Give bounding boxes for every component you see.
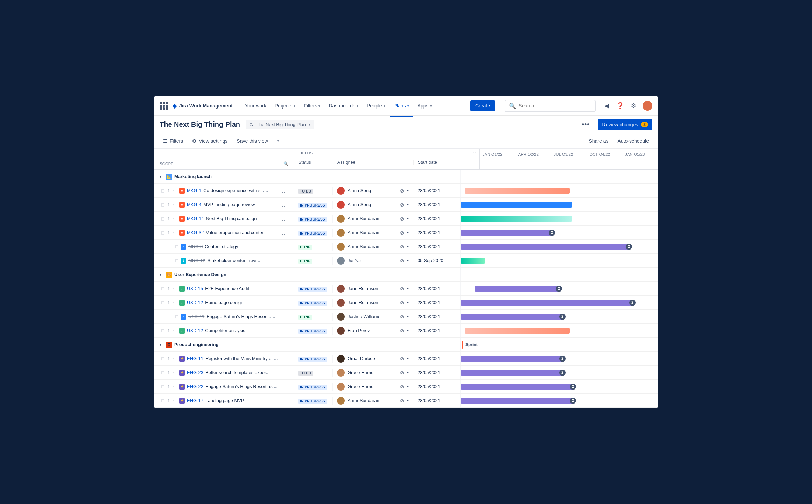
start-date[interactable]: 28/05/2021	[413, 356, 460, 361]
rank-box[interactable]	[161, 231, 164, 234]
expand-icon[interactable]: ›	[173, 287, 177, 290]
collapse-fields-icon[interactable]: ↔	[472, 149, 477, 154]
rank-box[interactable]	[161, 287, 164, 290]
assignee-column-header[interactable]: Assignee	[333, 160, 413, 165]
unassign-icon[interactable]: ⊘	[400, 258, 404, 264]
chevron-down-icon[interactable]: ▾	[407, 315, 409, 318]
start-date[interactable]: 28/05/2021	[413, 370, 460, 375]
chevron-down-icon[interactable]: ▾	[407, 329, 409, 332]
start-date[interactable]: 28/05/2021	[413, 244, 460, 249]
start-date[interactable]: 28/05/2021	[413, 314, 460, 319]
assignee-avatar[interactable]	[337, 369, 345, 377]
assignee-avatar[interactable]	[337, 355, 345, 363]
row-actions-icon[interactable]: ...	[280, 230, 288, 236]
timeline-bar[interactable]: ←2	[461, 370, 562, 376]
start-date[interactable]: 28/05/2021	[413, 300, 460, 305]
rank-box[interactable]	[175, 245, 178, 248]
caret-down-icon[interactable]: ▾	[160, 175, 164, 178]
rank-box[interactable]	[161, 217, 164, 220]
row-actions-icon[interactable]: ...	[280, 356, 288, 362]
start-date[interactable]: 28/05/2021	[413, 230, 460, 235]
status-lozenge[interactable]: DONE	[298, 259, 312, 264]
timeline-bar[interactable]: ←	[461, 216, 572, 222]
plan-selector[interactable]: 🗂 The Next Big Thing Plan ▾	[246, 120, 314, 129]
chevron-down-icon[interactable]: ▾	[407, 217, 409, 220]
issue-row[interactable]: 1›⚡ENG-11Register with the Mars Ministry…	[154, 352, 658, 366]
issue-key[interactable]: ENG-23	[187, 370, 203, 375]
rank-box[interactable]	[161, 357, 164, 360]
issue-row[interactable]: 1›⚡ENG-22Engage Saturn's Rings Resort as…	[154, 380, 658, 394]
unassign-icon[interactable]: ⊘	[400, 328, 404, 334]
view-settings-button[interactable]: ⚙View settings	[189, 136, 231, 146]
expand-icon[interactable]: ›	[173, 329, 177, 332]
expand-icon[interactable]: ›	[173, 203, 177, 206]
chevron-down-icon[interactable]: ▾	[407, 203, 409, 206]
issue-row[interactable]: 1›✓UXD-12Competitor analysis...IN PROGRE…	[154, 324, 658, 338]
unassign-icon[interactable]: ⊘	[400, 216, 404, 222]
search-box[interactable]: 🔍	[505, 100, 596, 112]
chevron-down-icon[interactable]: ▾	[407, 371, 409, 374]
issue-row[interactable]: 1›◉MKG-4MVP landing page review...IN PRO…	[154, 198, 658, 212]
rank-box[interactable]	[161, 203, 164, 206]
status-lozenge[interactable]: IN PROGRESS	[298, 217, 327, 222]
expand-icon[interactable]: ›	[173, 231, 177, 234]
notifications-icon[interactable]: ◀	[603, 102, 611, 110]
status-lozenge[interactable]: TO DO	[298, 189, 313, 194]
group-header[interactable]: ▾⚙Product engineeringSprint	[154, 338, 658, 352]
row-actions-icon[interactable]: ...	[280, 202, 288, 208]
issue-row[interactable]: 1›⚡ENG-17Landing page MVP...IN PROGRESSA…	[154, 394, 658, 408]
timeline-bar[interactable]: ←2	[461, 230, 552, 236]
unassign-icon[interactable]: ⊘	[400, 314, 404, 320]
issue-row[interactable]: ✓MKG-8Content strategy...DONEAmar Sundar…	[154, 240, 658, 254]
unassign-icon[interactable]: ⊘	[400, 230, 404, 236]
nav-projects[interactable]: Projects▾	[271, 100, 299, 111]
status-lozenge[interactable]: IN PROGRESS	[298, 301, 327, 306]
start-date[interactable]: 28/05/2021	[413, 202, 460, 207]
expand-icon[interactable]: ›	[173, 385, 177, 388]
start-date[interactable]: 28/05/2021	[413, 216, 460, 221]
create-button[interactable]: Create	[470, 100, 495, 111]
chevron-down-icon[interactable]: ▾	[407, 301, 409, 304]
unassign-icon[interactable]: ⊘	[400, 286, 404, 292]
rank-box[interactable]	[161, 371, 164, 374]
status-lozenge[interactable]: IN PROGRESS	[298, 287, 327, 292]
row-actions-icon[interactable]: ...	[280, 384, 288, 390]
start-date[interactable]: 28/05/2021	[413, 188, 460, 193]
product-logo[interactable]: ◆ Jira Work Management	[172, 102, 233, 110]
chevron-down-icon[interactable]: ▾	[407, 399, 409, 402]
timeline-bar[interactable]: ←	[461, 258, 485, 264]
chevron-down-icon[interactable]: ▾	[407, 245, 409, 248]
row-actions-icon[interactable]: ...	[280, 314, 288, 320]
unassign-icon[interactable]: ⊘	[400, 202, 404, 208]
filters-button[interactable]: ☲Filters	[160, 136, 187, 146]
row-actions-icon[interactable]: ...	[280, 300, 288, 306]
app-switcher-icon[interactable]	[160, 102, 168, 110]
issue-key[interactable]: MKG-32	[187, 230, 204, 235]
start-date[interactable]: 28/05/2021	[413, 286, 460, 291]
start-date[interactable]: 05 Sep 2020	[413, 258, 460, 263]
issue-key[interactable]: MKG-14	[187, 216, 204, 221]
rank-box[interactable]	[175, 315, 178, 318]
assignee-avatar[interactable]	[337, 397, 345, 405]
assignee-avatar[interactable]	[337, 243, 345, 251]
issue-row[interactable]: ✓UXD-11Engage Saturn's Rings Resort a...…	[154, 310, 658, 324]
more-menu-icon[interactable]: •••	[579, 119, 593, 130]
rank-box[interactable]	[161, 385, 164, 388]
issue-key[interactable]: ENG-17	[187, 398, 203, 403]
help-icon[interactable]: ❓	[616, 102, 624, 110]
caret-down-icon[interactable]: ▾	[160, 273, 164, 276]
unassign-icon[interactable]: ⊘	[400, 300, 404, 306]
review-changes-button[interactable]: Review changes 2	[598, 119, 652, 130]
unassign-icon[interactable]: ⊘	[400, 188, 404, 194]
date-column-header[interactable]: Start date	[413, 160, 461, 165]
expand-icon[interactable]: ›	[173, 357, 177, 360]
nav-plans[interactable]: Plans▾	[390, 100, 413, 111]
nav-filters[interactable]: Filters▾	[300, 100, 324, 111]
status-lozenge[interactable]: IN PROGRESS	[298, 231, 327, 236]
status-lozenge[interactable]: IN PROGRESS	[298, 385, 327, 390]
issue-key[interactable]: ENG-22	[187, 384, 203, 389]
row-actions-icon[interactable]: ...	[280, 328, 288, 334]
start-date[interactable]: 28/05/2021	[413, 384, 460, 389]
expand-icon[interactable]: ›	[173, 189, 177, 192]
rank-box[interactable]	[161, 189, 164, 192]
